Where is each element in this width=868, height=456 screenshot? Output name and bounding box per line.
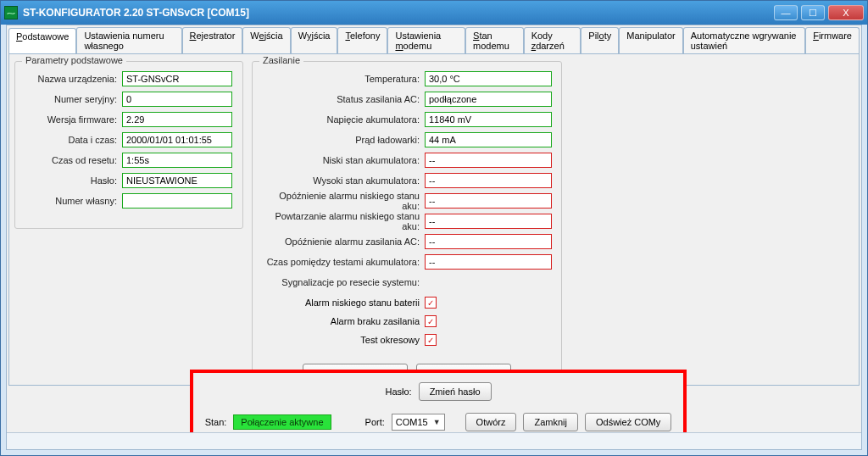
power-label: Czas pomiędzy testami akumulatora: <box>259 257 425 267</box>
tab-page-podstawowe: Parametry podstawowe Nazwa urządzenia:ST… <box>8 53 860 386</box>
param-label: Nazwa urządzenia: <box>22 74 122 84</box>
group-power: Zasilanie Temperatura:30,0 °CStatus zasi… <box>252 61 562 386</box>
param-label: Numer własny: <box>22 196 122 206</box>
port-combo-value: COM15 <box>396 417 428 427</box>
window-title: ST-KONFIGURATOR 2.20 ST-GNSvCR [COM15] <box>23 7 249 19</box>
tab-ustawienia-modemu[interactable]: Ustawienia modemu <box>387 27 465 53</box>
power-value[interactable]: -- <box>425 153 552 168</box>
tab-ustawienia-numeru[interactable]: Ustawienia numeru własnego <box>76 27 181 53</box>
check-label: Test okresowy <box>259 335 425 345</box>
stan-label: Stan: <box>205 417 227 427</box>
param-label: Numer seryjny: <box>22 94 122 104</box>
change-password-button[interactable]: Zmień hasło <box>419 382 492 401</box>
checkbox[interactable]: ✓ <box>425 334 437 346</box>
port-combo[interactable]: COM15 ▼ <box>392 414 445 431</box>
tabstrip: Podstawowe Ustawienia numeru własnego Re… <box>7 25 861 53</box>
power-value[interactable]: -- <box>425 234 552 249</box>
power-value[interactable]: 44 mA <box>425 132 552 147</box>
power-label: Temperatura: <box>259 74 425 84</box>
param-value[interactable]: 2000/01/01 01:01:55 <box>122 132 232 147</box>
power-label: Wysoki stan akumulatora: <box>259 175 425 186</box>
client-area: Podstawowe Ustawienia numeru własnego Re… <box>6 25 862 450</box>
power-label: Napięcie akumulatora: <box>259 114 425 125</box>
close-button[interactable]: X <box>828 5 864 20</box>
param-label: Czas od resetu: <box>22 155 122 165</box>
connection-status: Połączenie aktywne <box>233 414 331 430</box>
refresh-com-button[interactable]: Odśwież COMy <box>585 413 671 431</box>
power-value[interactable]: 11840 mV <box>425 112 552 127</box>
power-value[interactable]: podłączone <box>425 92 552 107</box>
group-params-legend: Parametry podstawowe <box>22 55 126 65</box>
param-value[interactable]: ST-GNSvCR <box>122 71 232 86</box>
param-value[interactable]: NIEUSTAWIONE <box>122 173 232 188</box>
param-label: Data i czas: <box>22 135 122 145</box>
tab-stan-modemu[interactable]: Stan modemu <box>465 27 524 53</box>
tab-wyjscia[interactable]: Wyjścia <box>291 27 338 53</box>
power-label: Status zasilania AC: <box>259 94 425 104</box>
check-label: Alarm braku zasilania <box>259 316 425 326</box>
power-label: Opóźnienie alarmu niskiego stanu aku: <box>259 191 425 211</box>
power-label: Powtarzanie alarmu niskiego stanu aku: <box>259 211 425 231</box>
power-value[interactable]: -- <box>425 173 552 188</box>
tab-telefony[interactable]: Telefony <box>337 27 387 53</box>
sig-header: Sygnalizacje po resecie systemu: <box>259 277 425 287</box>
close-port-button[interactable]: Zamknij <box>523 413 578 431</box>
tab-auto-wgrywanie[interactable]: Automatyczne wgrywanie ustawień <box>683 27 805 53</box>
open-port-button[interactable]: Otwórz <box>465 413 517 431</box>
param-value[interactable] <box>122 193 232 209</box>
app-icon: ⁓ <box>4 6 18 19</box>
minimize-button[interactable]: — <box>774 5 798 20</box>
chevron-down-icon: ▼ <box>433 418 441 426</box>
power-label: Opóźnienie alarmu zasilania AC: <box>259 236 425 247</box>
tab-podstawowe[interactable]: Podstawowe <box>8 28 76 54</box>
check-label: Alarm niskiego stanu baterii <box>259 298 425 308</box>
tab-kody-zdarzen[interactable]: Kody zdarzeń <box>524 27 581 53</box>
maximize-button[interactable]: ☐ <box>801 5 825 20</box>
port-label: Port: <box>365 417 385 427</box>
power-value[interactable]: 30,0 °C <box>425 71 552 86</box>
power-value[interactable]: -- <box>425 193 552 209</box>
param-label: Wersja firmware: <box>22 114 122 125</box>
group-params: Parametry podstawowe Nazwa urządzenia:ST… <box>14 61 243 229</box>
checkbox[interactable]: ✓ <box>425 297 437 309</box>
tab-piloty[interactable]: Piloty <box>581 27 619 53</box>
power-label: Prąd ładowarki: <box>259 135 425 145</box>
power-value[interactable]: -- <box>425 254 552 270</box>
param-value[interactable]: 0 <box>122 92 232 107</box>
app-window: ⁓ ST-KONFIGURATOR 2.20 ST-GNSvCR [COM15]… <box>0 0 868 456</box>
tab-wejscia[interactable]: Wejścia <box>242 27 290 53</box>
tab-rejestrator[interactable]: Rejestrator <box>182 27 243 53</box>
tab-firmware[interactable]: Firmware <box>805 27 860 53</box>
power-value[interactable]: -- <box>425 214 552 229</box>
power-label: Niski stan akumulatora: <box>259 155 425 165</box>
titlebar: ⁓ ST-KONFIGURATOR 2.20 ST-GNSvCR [COM15]… <box>1 1 867 25</box>
param-label: Hasło: <box>22 175 122 186</box>
haslo-label: Hasło: <box>385 386 411 397</box>
group-power-legend: Zasilanie <box>259 55 303 65</box>
tab-manipulator[interactable]: Manipulator <box>619 27 682 53</box>
param-value[interactable]: 2.29 <box>122 112 232 127</box>
param-value[interactable]: 1:55s <box>122 153 232 168</box>
checkbox[interactable]: ✓ <box>425 315 437 327</box>
statusbar <box>7 432 861 449</box>
